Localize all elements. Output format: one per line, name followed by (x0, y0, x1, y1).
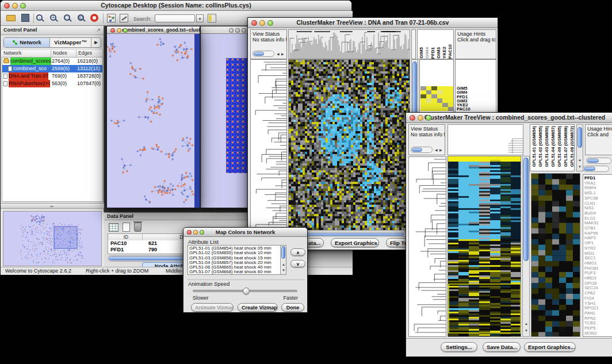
tv2-settings-button[interactable]: Settings... (441, 342, 477, 352)
attribute-down-button[interactable]: ∨ (290, 260, 305, 267)
front-network-canvas[interactable] (107, 34, 194, 208)
zoom-fit-icon[interactable]: □ (64, 14, 70, 21)
network-list-item[interactable]: DNA and Tran 07769(0)183728(0) (2, 72, 102, 80)
front-frame-title-bar[interactable]: combined_scores_good.txt--cluste... (107, 26, 200, 34)
animation-speed-slider[interactable] (193, 290, 297, 292)
dialog-title-bar[interactable]: Map Colors to Network (183, 228, 307, 237)
network-view-icon[interactable] (107, 14, 116, 22)
vizmapper-icon[interactable] (120, 14, 128, 22)
zoom-window-icon[interactable] (267, 20, 273, 26)
col-network[interactable]: Network (2, 50, 51, 57)
scroll-down-icon[interactable]: ▼ (282, 269, 285, 272)
tv2-save-data-button[interactable]: Save Data... (483, 342, 521, 352)
tv2-column-label[interactable]: GPL51-07 (GSM868) (563, 126, 568, 167)
search-input[interactable] (155, 14, 195, 22)
tab-network[interactable]: Network (4, 38, 50, 47)
float-panel-icon[interactable]: ↗ (96, 27, 101, 33)
tv1-column-label[interactable]: PAC10 (447, 44, 453, 59)
scroll-up-icon[interactable]: ▲ (578, 158, 582, 162)
tv1-status-scrollbar[interactable] (253, 51, 274, 57)
tv2-column-label[interactable]: GPL51-02 (GSM855) (538, 126, 543, 167)
col-edges[interactable]: Edges (76, 50, 103, 57)
tv2-hints-scrollbar[interactable] (586, 158, 611, 164)
tv2-column-label[interactable]: GPL51-04 (GSM857) (550, 126, 556, 167)
scroll-up-icon[interactable]: ▲ (282, 263, 285, 266)
tv2-heatmap[interactable] (447, 156, 521, 337)
network-list-item[interactable]: combined_sco2569(6)13112(15) (2, 65, 102, 72)
data-col-id[interactable]: ID (108, 234, 143, 240)
zoom-window-icon[interactable] (242, 28, 246, 33)
network-list-item[interactable]: RNAPuberNov2+I563(0)107847(0) (2, 80, 102, 87)
close-icon[interactable] (187, 230, 192, 235)
zoom-out-icon[interactable]: - (36, 14, 43, 21)
scroll-right-icon[interactable]: ▶ (281, 52, 284, 56)
col-nodes[interactable]: Nodes (51, 50, 76, 57)
tv2-column-dendrogram[interactable] (447, 124, 523, 155)
attribute-item[interactable]: GPL51-07 (GSM868) heat shock 60 min (189, 270, 286, 274)
close-icon[interactable] (251, 20, 257, 26)
tab-overflow-button[interactable]: ▶ (91, 38, 101, 47)
minimize-icon[interactable] (12, 3, 18, 9)
close-icon[interactable] (410, 115, 415, 121)
minimize-icon[interactable] (259, 20, 265, 26)
tv2-heatmap-vscrollbar[interactable]: ▲ ▼ (522, 156, 530, 337)
tv1-export-graphics-button[interactable]: Export Graphics... (331, 238, 379, 247)
front-frame-scroll-strip[interactable] (194, 34, 200, 208)
scroll-down-icon[interactable]: ▼ (578, 165, 582, 168)
search-dropdown-button[interactable]: ▼ (196, 14, 204, 22)
tv2-status-scrollbar[interactable] (411, 147, 433, 153)
scroll-left-icon[interactable]: ◀ (435, 148, 438, 152)
scroll-up-icon[interactable]: ▲ (525, 322, 528, 325)
tv2-row-dendrogram[interactable] (408, 156, 446, 337)
zoom-window-icon[interactable] (123, 28, 128, 33)
tv2-labels-vscrollbar[interactable]: ▲ ▼ (576, 124, 583, 171)
treeview2-title-bar[interactable]: ClusterMaker TreeView : combined_scores_… (406, 113, 612, 123)
create-vizmap-button[interactable]: Create Vizmap (238, 303, 278, 312)
zoom-window-icon[interactable] (20, 3, 26, 9)
tv2-column-label[interactable]: GPL51-08 (GSM872) (569, 126, 575, 167)
tv2-gene-label[interactable]: MON2 (583, 331, 612, 336)
scroll-down-icon[interactable]: ▼ (525, 329, 528, 332)
attribute-up-button[interactable]: ∧ (290, 248, 305, 256)
attribute-table-icon[interactable] (208, 14, 216, 22)
attribute-listbox[interactable]: GPL51-01 (GSM854) heat shock 05 minGPL51… (188, 245, 286, 275)
tv1-column-label[interactable]: YKE2 (442, 47, 447, 59)
treeview1-title-bar[interactable]: ClusterMaker TreeView : DNA and Tran 07-… (248, 18, 498, 28)
minimize-icon[interactable] (193, 230, 198, 235)
tv1-column-label[interactable]: GIM3 (436, 47, 441, 59)
new-attribute-icon[interactable] (123, 223, 130, 232)
tv1-heatmap[interactable] (288, 59, 410, 231)
zoom-window-icon[interactable] (200, 230, 204, 235)
tv2-column-label[interactable]: GPL51-06 (GSM865) (557, 126, 562, 167)
minimize-icon[interactable] (235, 28, 240, 33)
done-button[interactable]: Done (281, 303, 304, 312)
tv2-column-label[interactable]: GPL51-03 (GSM856) (544, 126, 549, 167)
grid-layout-cluster[interactable] (226, 58, 248, 173)
network-overview-panel[interactable] (3, 211, 102, 266)
attribute-list-scrollbar[interactable]: ▲ ▼ (280, 246, 286, 274)
close-icon[interactable] (229, 28, 234, 33)
tab-vizmapper[interactable]: VizMapper™ (50, 38, 91, 47)
panel-divider[interactable] (1, 203, 104, 209)
zoom-in-icon[interactable]: + (50, 14, 56, 21)
correlation-mini-heatmap[interactable] (420, 86, 453, 111)
open-file-icon[interactable] (6, 15, 16, 21)
tv1-column-label[interactable]: GIM5 (419, 47, 424, 59)
select-attributes-icon[interactable] (109, 223, 118, 232)
animate-vizmap-button[interactable]: Animate Vizmap (191, 303, 234, 312)
tv1-gene-label[interactable]: PAC10 (456, 107, 496, 111)
delete-attribute-icon[interactable] (134, 223, 141, 232)
tv2-export-graphics-button[interactable]: Export Graphics... (524, 342, 576, 352)
tv1-column-dendrogram[interactable] (288, 29, 410, 59)
minimize-icon[interactable] (117, 28, 121, 33)
minimize-icon[interactable] (418, 115, 423, 121)
scroll-left-icon[interactable]: ◀ (277, 52, 280, 56)
tv1-column-label[interactable]: PFD1 (430, 47, 435, 59)
scroll-right-icon[interactable]: ▶ (439, 148, 442, 152)
help-lifesaver-icon[interactable] (90, 14, 98, 22)
tv1-row-dendrogram[interactable] (250, 59, 287, 231)
slider-thumb[interactable] (243, 288, 250, 294)
close-icon[interactable] (110, 28, 115, 33)
tv1-column-label[interactable]: GIM4 (424, 47, 430, 59)
tv2-zoom-heatmap[interactable] (531, 173, 580, 337)
